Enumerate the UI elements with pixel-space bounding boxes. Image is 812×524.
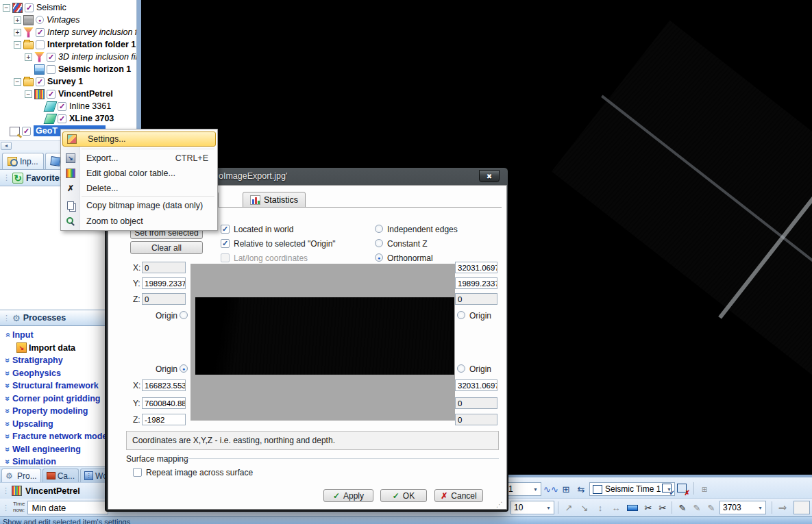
chevron-down-icon[interactable]: »	[3, 381, 12, 390]
cancel-button[interactable]: ✗ Cancel	[434, 489, 483, 502]
menu-item-export[interactable]: ↘ Export... CTRL+E	[62, 151, 217, 166]
tree-item-interpretation-folder[interactable]: − Interpretation folder 1	[0, 38, 136, 51]
chevron-down-icon[interactable]: »	[3, 457, 12, 466]
z-top-field[interactable]: 0	[142, 293, 186, 305]
view-count-combo[interactable]: 1 ▼	[505, 482, 541, 496]
checkbox[interactable]	[36, 40, 45, 49]
tree-item-label[interactable]: XLine 3703	[69, 114, 114, 123]
apply-cube-icon[interactable]: ✓	[661, 482, 674, 495]
sync-views-icon[interactable]: ⇆	[574, 482, 588, 496]
seeded-pick-icon[interactable]: ✎	[690, 501, 704, 514]
tree-item-vincentpetrel[interactable]: − ✓ VincentPetrel	[0, 88, 136, 100]
move-ne-icon[interactable]: ↗	[562, 501, 576, 514]
tree-item-label[interactable]: 3D interp inclusion filt	[58, 52, 137, 62]
clear-all-button[interactable]: Clear all	[130, 241, 203, 254]
y-top-field[interactable]: 19899.2337	[142, 277, 186, 289]
menu-item-copy-bitmap[interactable]: Copy bitmap image (data only)	[62, 198, 217, 213]
chevron-down-icon[interactable]: »	[3, 406, 12, 416]
tree-item-label[interactable]: Interp survey inclusion filt	[47, 27, 137, 37]
expand-icon[interactable]: +	[14, 29, 21, 36]
y-top-right-field[interactable]: 19899.2337	[455, 277, 497, 289]
expand-icon[interactable]: +	[14, 16, 21, 24]
ok-button[interactable]: ✓ OK	[380, 489, 427, 502]
z-bottom-field[interactable]: -1982	[142, 414, 186, 425]
go-to-field[interactable]	[793, 501, 810, 514]
tree-item-label[interactable]: Survey 1	[47, 77, 83, 86]
y-bottom-right-field[interactable]: 0	[455, 397, 497, 409]
pick-mode-icon[interactable]: ✎	[676, 501, 689, 514]
checkbox[interactable]: ✓	[47, 53, 56, 62]
tree-item-label[interactable]: Interpretation folder 1	[47, 40, 136, 49]
checkbox[interactable]: ✓	[22, 127, 31, 136]
origin-tl-radio[interactable]	[180, 311, 188, 319]
origin-br-radio[interactable]	[457, 364, 465, 373]
checkbox[interactable]: ✓	[47, 90, 56, 99]
origin-bl-radio[interactable]: ●	[180, 364, 188, 373]
close-button[interactable]: ✖	[479, 170, 500, 182]
z-top-right-field[interactable]: 0	[455, 293, 497, 305]
tree-item-xline-3703[interactable]: ✓ XLine 3703	[0, 112, 136, 125]
tree-item-interp-survey-filter[interactable]: + ✓ Interp survey inclusion filt	[0, 26, 136, 38]
origin-tr-radio[interactable]	[457, 311, 465, 319]
move-se-icon[interactable]: ↘	[578, 501, 591, 514]
collapse-icon[interactable]: −	[14, 41, 21, 49]
latlong-checkbox[interactable]	[221, 253, 230, 262]
tree-item-seismic[interactable]: − ✓ Seismic	[0, 1, 136, 14]
tree-item-label[interactable]: Inline 3361	[69, 101, 111, 111]
checkbox[interactable]: ✓	[25, 3, 34, 12]
move-vertical-icon[interactable]: ↕	[593, 501, 607, 514]
chevron-down-icon[interactable]: »	[3, 432, 12, 441]
checkbox[interactable]: ✓	[58, 114, 66, 123]
x-bottom-right-field[interactable]: 32031.0697	[455, 379, 497, 391]
z-bottom-right-field[interactable]: 0	[455, 414, 497, 425]
repeat-image-checkbox[interactable]	[133, 468, 142, 477]
tab-statistics[interactable]: Statistics	[243, 192, 306, 208]
chevron-down-icon[interactable]: »	[3, 355, 12, 365]
tree-item-3d-interp-filter[interactable]: + ✓ 3D interp inclusion filt	[0, 51, 136, 63]
chevron-down-icon[interactable]: »	[3, 419, 12, 429]
checkbox[interactable]: ✓	[36, 28, 45, 37]
collapse-icon[interactable]: −	[14, 78, 21, 86]
checkbox[interactable]: ✓	[58, 102, 66, 111]
tree-item-survey-1[interactable]: − ✓ Survey 1	[0, 75, 136, 88]
tree-item-label[interactable]: Seismic	[36, 3, 66, 12]
tree-item-vintages[interactable]: + ● Vintages	[0, 14, 136, 26]
guided-pick-icon[interactable]: ✎	[704, 501, 718, 514]
collapse-icon[interactable]: −	[25, 90, 32, 98]
chevron-down-icon[interactable]: »	[3, 445, 12, 454]
x-bottom-field[interactable]: 166823.553	[142, 379, 186, 391]
expand-icon[interactable]: +	[25, 53, 32, 61]
menu-item-zoom-to-object[interactable]: Zoom to object	[62, 214, 217, 229]
xline-combo[interactable]: 3703 ▼	[719, 501, 766, 514]
tree-item-label[interactable]: Vintages	[47, 15, 79, 25]
cut-outside-icon[interactable]: ✂	[656, 501, 669, 514]
constant-z-radio[interactable]	[375, 239, 383, 247]
x-top-right-field[interactable]: 32031.0697	[455, 262, 497, 273]
orthonormal-radio[interactable]: ●	[375, 253, 383, 262]
move-horizontal-icon[interactable]: ↔	[609, 501, 623, 514]
tree-item-label[interactable]: Seismic horizon 1	[58, 64, 131, 74]
y-bottom-field[interactable]: 7600840.88	[142, 397, 186, 409]
tab-cases[interactable]: Ca...	[42, 469, 79, 482]
menu-item-delete[interactable]: ✗ Delete...	[62, 181, 217, 196]
tree-item-inline-3361[interactable]: ✓ Inline 3361	[0, 100, 136, 112]
chevron-down-icon[interactable]: ▼	[754, 506, 763, 510]
scroll-left-icon[interactable]: ◄	[1, 142, 12, 150]
chevron-down-icon[interactable]: ▼	[542, 506, 551, 510]
dock-options-icon[interactable]: ⊞	[698, 482, 711, 496]
radio[interactable]: ●	[36, 16, 44, 24]
checkbox[interactable]	[47, 65, 56, 74]
independent-edges-radio[interactable]	[375, 225, 383, 233]
checkbox[interactable]: ✓	[36, 77, 45, 86]
color-bar-icon[interactable]	[626, 501, 639, 514]
chevron-down-icon[interactable]: ▼	[529, 487, 538, 492]
increment-combo[interactable]: 10 ▼	[510, 501, 554, 514]
chevron-up-icon[interactable]: »	[3, 330, 12, 340]
relative-origin-checkbox[interactable]: ✓	[221, 239, 230, 248]
menu-item-edit-color-table[interactable]: Edit global color table...	[62, 166, 217, 181]
menu-item-settings[interactable]: Settings...	[62, 132, 216, 147]
collapse-icon[interactable]: −	[3, 4, 10, 12]
go-to-icon[interactable]: ⇒	[776, 501, 789, 514]
seismic-slice[interactable]	[552, 21, 812, 391]
chevron-down-icon[interactable]: »	[3, 369, 12, 378]
